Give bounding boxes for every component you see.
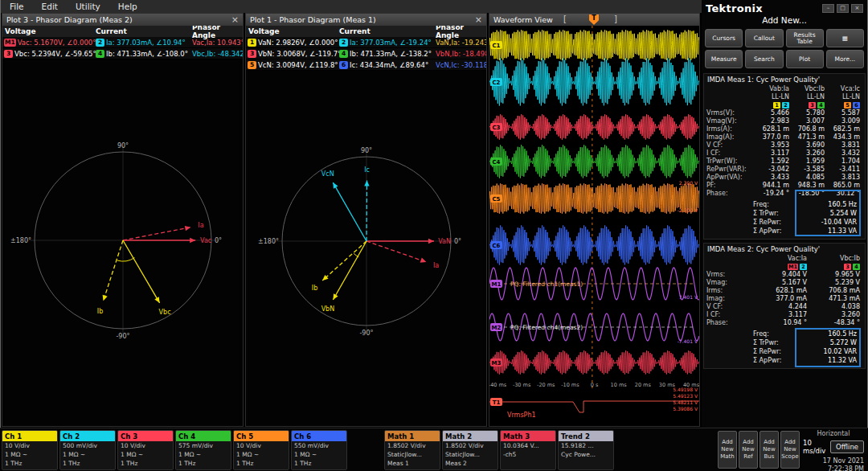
readout-value: Ib: 471.33mA, ∠-108.0° — [106, 50, 188, 58]
offline-button[interactable]: Offline — [830, 440, 864, 453]
meas2-results-panel[interactable]: IMDA Meas 2: Cyc Power Quality'Vac:IaVbc… — [703, 243, 866, 369]
plot3-window: Plot 3 - Phasor Diagram (Meas 2) × Volta… — [2, 13, 244, 427]
plot1-titlebar[interactable]: Plot 1 - Phasor Diagram (Meas 1) × — [246, 14, 486, 26]
window-controls: – □ × — [822, 4, 863, 13]
trace-c6[interactable] — [489, 225, 699, 264]
meas-value: 4.085 — [792, 174, 827, 182]
phasor-label-ia: Ia — [198, 222, 203, 229]
close-icon[interactable]: × — [851, 4, 863, 13]
source-badge: 3 — [248, 50, 256, 58]
channel-name: Math 1 — [385, 431, 440, 441]
meas-col-subheader: LL-LN — [827, 93, 862, 101]
meas-value: 9.404 V — [756, 271, 809, 279]
readout-value: Vac: 5.1670V, ∠0.000° — [18, 39, 96, 47]
axis-label: ±180° — [10, 237, 31, 244]
channel-setting: 1 MΩ ~ — [2, 450, 57, 459]
trace-c4[interactable] — [489, 145, 699, 178]
meas1-results-panel[interactable]: IMDA Meas 1: Cyc Power Quality'Vab:IaVbc… — [703, 73, 866, 240]
cursors-button[interactable]: Cursors — [705, 29, 743, 47]
waveform-plot[interactable]: C1C2C3C4C5C6PQ: Filtered ch1(meas1)M1PQ:… — [489, 26, 699, 426]
channel-badge-math3[interactable]: Math 310.0364 V...-ch5 — [500, 430, 556, 470]
phasor-label-vbn: VbN — [321, 305, 335, 313]
phasor-readout-row: M1Vac: 5.1670V, ∠0.000°2Ia: 377.03mA, ∠1… — [2, 37, 243, 48]
add-new-scope-button[interactable]: AddNewScope — [780, 431, 800, 469]
results-grid-icon-button[interactable]: ▦ — [826, 29, 864, 47]
plot1-phasor-diagram[interactable]: 90°-90°±180°0°VaNIaVbNIbVcNIc — [246, 71, 486, 428]
readout-value: Ia: 377.03mA, ∠-19.24° — [350, 39, 432, 47]
source-badge: 2 — [96, 39, 104, 47]
minimize-icon[interactable]: – — [822, 4, 834, 13]
summary-row: Σ RePwr:-10.04 VAR — [706, 218, 862, 227]
channel-badge-ch6[interactable]: Ch 6550 mV/div1 MΩ ~1 THz — [291, 430, 347, 470]
horizontal-panel[interactable]: Horizontal 10 ms/div Offline 17 Nov 2021… — [803, 430, 864, 471]
menu-item-edit[interactable]: Edit — [33, 2, 67, 11]
channel-badge: 3 — [809, 102, 816, 109]
plot3-close-icon[interactable]: × — [231, 15, 239, 24]
plot3-phasor-diagram[interactable]: 90°-90°±180°0°VacIaVbcIb — [2, 59, 243, 428]
summary-label: Σ ApPwr: — [753, 227, 793, 236]
horizontal-title: Horizontal — [803, 430, 864, 438]
menu-item-file[interactable]: File — [1, 2, 33, 11]
trace-badge-c1: C1 — [492, 43, 500, 49]
channel-badge-trend2[interactable]: Trend 215.9182 ...Cyc Powe... — [558, 430, 614, 470]
summary-value: 11.33 VA — [793, 227, 862, 236]
phasor-label-ib: Ib — [97, 308, 103, 315]
channel-badge-ch1[interactable]: Ch 110 V/div1 MΩ ~1 THz — [2, 430, 58, 470]
trace-c1[interactable] — [489, 30, 699, 59]
add-button-line: New — [763, 446, 775, 453]
plot3-titlebar[interactable]: Plot 3 - Phasor Diagram (Meas 2) × — [2, 14, 243, 26]
channel-setting: 575 mV/div — [176, 441, 231, 450]
menu-item-utility[interactable]: Utility — [67, 2, 109, 11]
toolbar-button-grid: CursorsCalloutResults Table▦MeasureSearc… — [702, 26, 867, 70]
channel-badge: 5 — [844, 102, 851, 109]
search-button[interactable]: Search — [745, 50, 783, 68]
channel-name: Ch 3 — [118, 431, 173, 441]
summary-label: Freq: — [753, 330, 793, 338]
trace-m3[interactable] — [489, 350, 699, 375]
zoom-bracket-right-icon[interactable]: ] — [614, 14, 617, 23]
maximize-icon[interactable]: □ — [837, 4, 849, 13]
phasor-vector-ia — [366, 241, 426, 262]
time-axis-label: 10 ms — [611, 382, 628, 388]
plot-button[interactable]: Plot — [786, 50, 824, 68]
readout-column-header: Voltage — [2, 27, 96, 35]
add-new-math-button[interactable]: AddNewMath — [718, 431, 737, 469]
meas-value: -3.585 — [792, 166, 827, 174]
meas-row: Imag(A):377.0 m471.3 m434.3 m — [706, 133, 862, 141]
trace-badge-t1: T1 — [493, 399, 501, 406]
trigger-flag-icon[interactable]: T — [589, 14, 599, 25]
trace-c5[interactable] — [489, 183, 699, 213]
channel-badge-math2[interactable]: Math 21.8502 V/divStaticJlow...Meas 2 — [442, 430, 498, 470]
meas-value: 628.1 mA — [756, 287, 809, 295]
plot1-close-icon[interactable]: × — [475, 15, 482, 24]
add-new-ref-button[interactable]: AddNewRef — [739, 431, 758, 469]
more-button[interactable]: More... — [826, 50, 864, 68]
waveform-titlebar[interactable]: Waveform View [ T ] — [489, 14, 699, 26]
measure-button[interactable]: Measure — [705, 50, 743, 68]
menu-item-help[interactable]: Help — [109, 2, 146, 11]
trace-c2[interactable] — [489, 59, 699, 106]
channel-badge-ch4[interactable]: Ch 4575 mV/div1 MΩ ~1 THz — [175, 430, 231, 470]
channel-badge-ch2[interactable]: Ch 2500 mV/div1 MΩ ~1 THz — [59, 430, 116, 470]
meas-col-subheaders: LL-LNLL-LNLL-LN — [706, 93, 862, 101]
meas-row: Vmag(V):2.9833.0073.009 — [706, 117, 862, 125]
trace-c3[interactable] — [489, 114, 699, 139]
channel-badge-math1[interactable]: Math 11.8502 V/divStaticJlow...Meas 1 — [384, 430, 440, 470]
trace-t1[interactable] — [489, 401, 699, 412]
channel-setting: 1 MΩ ~ — [292, 450, 346, 459]
channel-badge-ch5[interactable]: Ch 510 V/div1 MΩ ~1 THz — [233, 430, 289, 470]
bottom-bar: Ch 110 V/div1 MΩ ~1 THzCh 2500 mV/div1 M… — [0, 428, 868, 471]
horizontal-scale-value[interactable]: 10 ms/div — [803, 439, 830, 455]
channel-setting: 1 THz — [234, 459, 289, 468]
summary-value: 11.32 VA — [793, 356, 862, 365]
channel-setting: Meas 1 — [385, 459, 440, 468]
zoom-bracket-left-icon[interactable]: [ — [563, 14, 567, 23]
results-table-button[interactable]: Results Table — [786, 29, 824, 47]
meas-row-label: Irms: — [706, 287, 756, 295]
source-badge: 2 — [339, 39, 348, 47]
time-axis-label: -40 ms — [489, 382, 507, 388]
channel-badge-ch3[interactable]: Ch 310 V/div1 MΩ ~1 THz — [117, 430, 174, 470]
meas-value: 1.592 — [756, 158, 792, 166]
add-new-bus-button[interactable]: AddNewBus — [760, 431, 779, 469]
callout-button[interactable]: Callout — [745, 29, 783, 47]
